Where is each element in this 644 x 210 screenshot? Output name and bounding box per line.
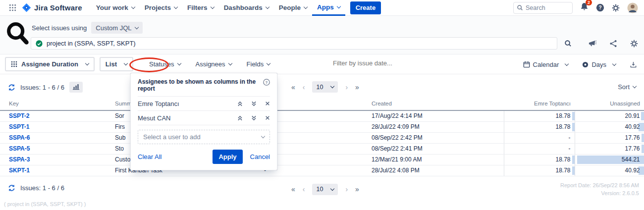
nav-people[interactable]: People: [274, 0, 312, 16]
duration-cell-unassigned: 40.92: [575, 121, 644, 132]
table-row[interactable]: SSPA-5 Sto 08/Sep/22 2:41 PM - 17.76: [0, 143, 644, 154]
share-button[interactable]: [609, 40, 617, 48]
jql-input[interactable]: project in (SSPA, SSPT, SKPT): [31, 37, 557, 50]
refresh-button[interactable]: [8, 84, 15, 91]
chevron-down-icon: [565, 61, 569, 65]
gear-icon: [612, 4, 620, 12]
popup-title: Assignees to be shown as columns in the …: [138, 78, 263, 92]
duration-unit-icon: [582, 61, 589, 68]
table-row[interactable]: SSPT-1 Firs 28/Jul/22 4:09 PM 18.78 40.9…: [0, 121, 644, 132]
next-page-button[interactable]: ›: [345, 83, 348, 91]
clear-all-link[interactable]: Clear All: [138, 153, 161, 160]
popup-user-name: Emre Toptancı: [138, 100, 237, 107]
jql-text: project in (SSPA, SSPT, SKPT): [47, 40, 136, 47]
report-type-dropdown[interactable]: Assignee Duration: [5, 57, 95, 71]
cancel-link[interactable]: Cancel: [250, 153, 270, 160]
prev-page-button[interactable]: ‹: [303, 185, 305, 193]
issues-count-label: Issues: 1 - 6 / 6: [20, 84, 64, 91]
remove-user-button[interactable]: [265, 101, 270, 106]
chevron-down-icon: [210, 5, 214, 9]
calendar-dropdown[interactable]: Calendar: [523, 61, 569, 68]
report-settings-button[interactable]: [630, 40, 638, 48]
last-page-button[interactable]: »: [355, 185, 359, 193]
move-up-button[interactable]: [237, 101, 243, 106]
fields-dropdown[interactable]: Fields: [243, 60, 274, 68]
jira-logo[interactable]: Jira Software: [22, 3, 82, 12]
duration-cell-unassigned: 17.76: [575, 143, 644, 154]
move-down-button[interactable]: [251, 115, 257, 121]
duration-cell-emre: 18.78: [504, 165, 575, 176]
statuses-dropdown[interactable]: Statuses: [145, 60, 185, 68]
issue-key-link[interactable]: SSPT-1: [0, 121, 115, 132]
app-logo-magnifier-icon: [5, 20, 31, 48]
issue-key-link[interactable]: SKPT-1: [0, 165, 115, 176]
duration-bar: [642, 145, 644, 153]
issue-created: 28/Jul/22 4:09 PM: [287, 121, 504, 132]
duration-cell-emre: 18.78: [504, 121, 575, 132]
sort-dropdown[interactable]: Sort: [618, 83, 636, 91]
nav-dashboards[interactable]: Dashboards: [219, 0, 274, 16]
page-size-select[interactable]: 10: [312, 81, 338, 93]
chart-view-button[interactable]: [69, 82, 83, 93]
settings-button[interactable]: [612, 4, 620, 12]
col-key[interactable]: Key: [0, 98, 115, 110]
remove-user-button[interactable]: [265, 115, 270, 120]
nav-filters[interactable]: Filters: [182, 0, 219, 16]
export-button[interactable]: [630, 61, 637, 68]
jql-mode-dropdown[interactable]: Custom JQL: [91, 22, 142, 34]
nav-projects[interactable]: Projects: [140, 0, 182, 16]
move-up-button[interactable]: [237, 115, 243, 121]
first-page-button[interactable]: «: [291, 83, 295, 91]
search-input[interactable]: Search: [513, 2, 573, 14]
nav-apps[interactable]: Apps: [312, 0, 345, 16]
export-download-icon: [630, 61, 637, 68]
notifications-button[interactable]: 2: [580, 2, 589, 13]
next-page-button[interactable]: ›: [345, 185, 348, 193]
duration-bar: [572, 166, 575, 175]
question-circle-icon: ?: [263, 79, 270, 86]
table-row[interactable]: SSPA-3 Custom Calendar Issue 19/Jul/22 1…: [0, 154, 644, 165]
refresh-icon: [8, 184, 15, 192]
jql-search-button[interactable]: [564, 40, 572, 47]
grid-icon: [11, 61, 17, 67]
app-switcher-icon[interactable]: [6, 0, 19, 16]
assignees-dropdown[interactable]: Assignees: [192, 60, 236, 68]
issues-count-label: Issues: 1 - 6 / 6: [20, 184, 64, 192]
col-emre-toptanci[interactable]: Emre Toptancı: [504, 98, 575, 110]
issue-date-filter-input[interactable]: [333, 59, 472, 67]
duration-bar: [641, 112, 644, 120]
nav-your-work[interactable]: Your work: [91, 0, 140, 16]
chevron-down-icon: [336, 4, 340, 8]
table-row[interactable]: SSPT-2 Sor 17/Aug/22 4:14 PM 18.78 20.91: [0, 110, 644, 121]
create-button[interactable]: Create: [350, 1, 381, 14]
issue-key-link[interactable]: SSPA-3: [0, 154, 115, 165]
col-unassigned[interactable]: Unassigned: [575, 98, 644, 110]
apply-button[interactable]: Apply: [213, 150, 242, 164]
refresh-button[interactable]: [8, 184, 15, 192]
chevron-down-icon: [265, 5, 269, 9]
page-size-select[interactable]: 10: [312, 184, 338, 195]
bar-chart-icon: [73, 84, 79, 90]
last-page-button[interactable]: »: [355, 83, 359, 91]
view-dropdown[interactable]: List: [100, 57, 133, 71]
issue-created: 12/Mar/21 9:00 AM: [287, 154, 504, 165]
prev-page-button[interactable]: ‹: [303, 83, 305, 91]
table-row[interactable]: SKPT-1 First Kanban Task - 28/Jul/22 4:0…: [0, 165, 644, 176]
user-avatar[interactable]: [627, 2, 638, 13]
issue-key-link[interactable]: SSPA-6: [0, 132, 115, 143]
popup-help-button[interactable]: ?: [263, 79, 270, 86]
duration-cell-unassigned: 20.91: [575, 110, 644, 121]
help-button[interactable]: ?: [596, 3, 604, 12]
duration-cell-unassigned: 17.76: [575, 132, 644, 143]
days-dropdown[interactable]: Days: [582, 61, 616, 68]
issue-created: 28/Jul/22 4:08 PM: [287, 165, 504, 176]
issue-key-link[interactable]: SSPT-2: [0, 110, 115, 121]
share-icon: [609, 40, 617, 48]
move-down-button[interactable]: [251, 101, 257, 106]
announcement-button[interactable]: [588, 40, 596, 47]
first-page-button[interactable]: «: [291, 185, 295, 193]
issue-key-link[interactable]: SSPA-5: [0, 143, 115, 154]
col-created[interactable]: Created: [287, 98, 504, 110]
table-row[interactable]: SSPA-6 Sub 08/Sep/22 2:42 PM - 17.76: [0, 132, 644, 143]
add-user-select[interactable]: Select a user to add: [138, 130, 270, 144]
